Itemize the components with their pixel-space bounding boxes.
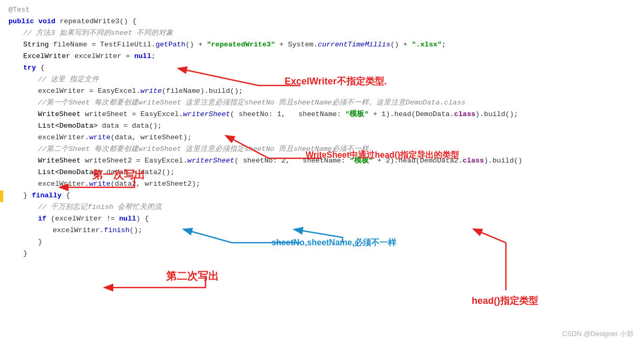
code-line-14: WriteSheet writeSheet2 = EasyExcel.write… bbox=[8, 155, 636, 167]
annotation-token: @Test bbox=[8, 4, 30, 16]
code-line-4: String fileName = TestFileUtil.getPath()… bbox=[8, 39, 636, 51]
code-line-10: WriteSheet writeSheet = EasyExcel.writer… bbox=[8, 109, 636, 120]
code-line-6: try { bbox=[8, 62, 636, 74]
code-line-9: //第一个Sheet 每次都要创建writeSheet 这里注意必须指定shee… bbox=[8, 97, 636, 109]
yellow-marker bbox=[0, 190, 3, 202]
code-line-17: } finally { bbox=[8, 190, 636, 202]
code-line-7: // 这里 指定文件 bbox=[8, 74, 636, 85]
code-line-1: @Test bbox=[8, 4, 636, 16]
code-line-12: excelWriter.write(data, writeSheet); bbox=[8, 132, 636, 144]
code-line-16: excelWriter.write(data2, writeSheet2); bbox=[8, 178, 636, 190]
code-line-13: //第二个Sheet 每次都要创建writeSheet 这里注意必须指定shee… bbox=[8, 144, 636, 155]
code-line-15: List<DemoData2> data2 = data2(); bbox=[8, 167, 636, 178]
code-line-5: ExcelWriter excelWriter = null; bbox=[8, 51, 636, 62]
code-line-18: // 千万别忘记finish 会帮忙关闭流 bbox=[8, 202, 636, 213]
code-line-22: } bbox=[8, 248, 636, 260]
code-area: @Test public void repeatedWrite3() { // … bbox=[0, 0, 644, 344]
code-line-21: } bbox=[8, 236, 636, 248]
code-line-2: public void repeatedWrite3() { bbox=[8, 16, 636, 27]
code-line-11: List<DemoData> data = data(); bbox=[8, 120, 636, 132]
watermark: CSDN @Designer 小郑 bbox=[562, 329, 633, 339]
code-line-20: excelWriter.finish(); bbox=[8, 225, 636, 236]
code-line-3: // 方法3 如果写到不同的sheet 不同的对象 bbox=[8, 27, 636, 39]
code-line-19: if (excelWriter != null) { bbox=[8, 213, 636, 225]
code-line-8: excelWriter = EasyExcel.write(fileName).… bbox=[8, 85, 636, 97]
